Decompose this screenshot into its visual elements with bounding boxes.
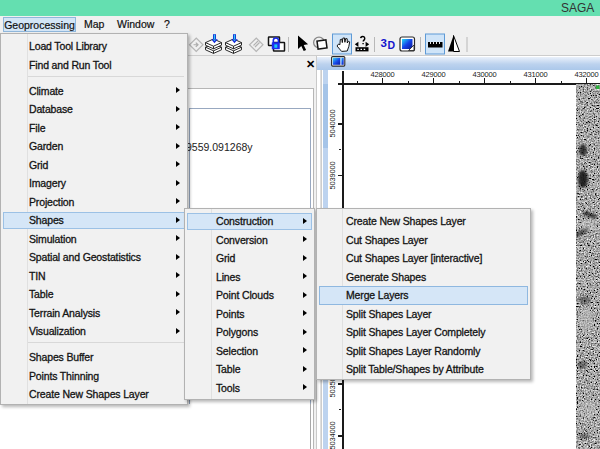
svg-text:D: D <box>388 39 396 51</box>
svg-text:3: 3 <box>381 37 387 49</box>
